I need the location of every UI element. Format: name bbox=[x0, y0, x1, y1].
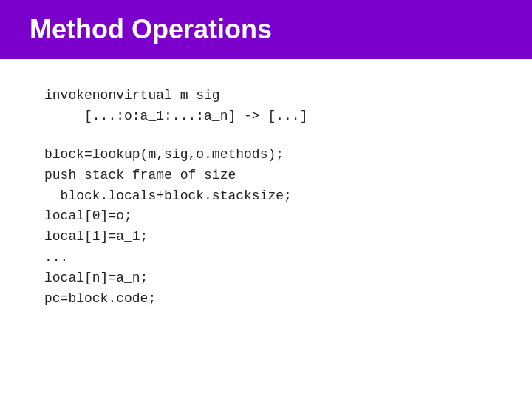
spacer bbox=[44, 127, 488, 145]
code-section-1: invokenonvirtual m sig [...:o:a_1:...:a_… bbox=[44, 86, 488, 127]
content-area: invokenonvirtual m sig [...:o:a_1:...:a_… bbox=[0, 59, 532, 399]
slide-container: Method Operations invokenonvirtual m sig… bbox=[0, 0, 532, 399]
title-bar: Method Operations bbox=[0, 0, 532, 59]
code-section-2: block=lookup(m,sig,o.methods); push stac… bbox=[44, 145, 488, 310]
slide-title: Method Operations bbox=[30, 14, 272, 45]
